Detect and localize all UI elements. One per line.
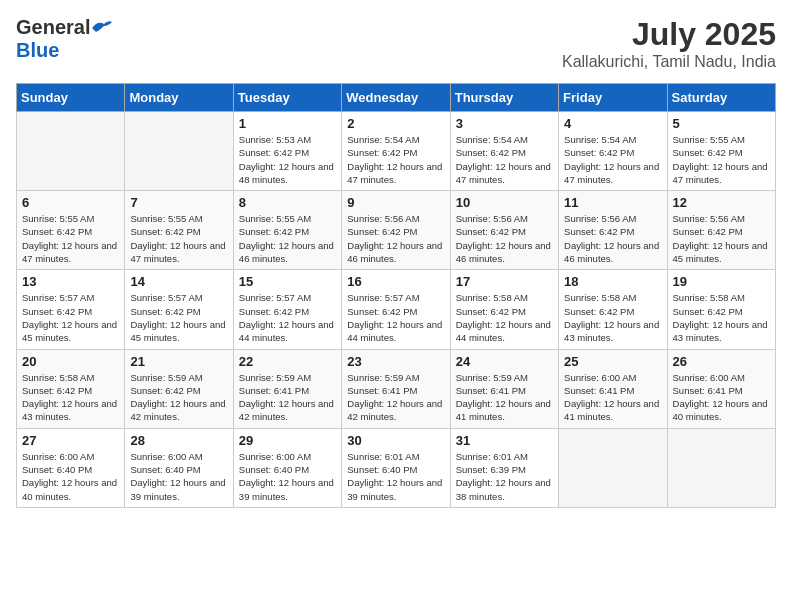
day-info: Sunrise: 5:58 AM Sunset: 6:42 PM Dayligh… xyxy=(564,291,661,344)
calendar-cell: 28Sunrise: 6:00 AM Sunset: 6:40 PM Dayli… xyxy=(125,428,233,507)
day-info: Sunrise: 5:56 AM Sunset: 6:42 PM Dayligh… xyxy=(456,212,553,265)
day-number: 1 xyxy=(239,116,336,131)
logo-text: General xyxy=(16,16,112,39)
day-info: Sunrise: 5:59 AM Sunset: 6:42 PM Dayligh… xyxy=(130,371,227,424)
day-info: Sunrise: 6:00 AM Sunset: 6:41 PM Dayligh… xyxy=(673,371,770,424)
day-number: 3 xyxy=(456,116,553,131)
day-number: 18 xyxy=(564,274,661,289)
day-info: Sunrise: 5:56 AM Sunset: 6:42 PM Dayligh… xyxy=(673,212,770,265)
day-info: Sunrise: 6:00 AM Sunset: 6:40 PM Dayligh… xyxy=(22,450,119,503)
day-info: Sunrise: 5:58 AM Sunset: 6:42 PM Dayligh… xyxy=(673,291,770,344)
day-number: 5 xyxy=(673,116,770,131)
day-info: Sunrise: 5:59 AM Sunset: 6:41 PM Dayligh… xyxy=(456,371,553,424)
day-info: Sunrise: 5:59 AM Sunset: 6:41 PM Dayligh… xyxy=(239,371,336,424)
day-info: Sunrise: 5:57 AM Sunset: 6:42 PM Dayligh… xyxy=(22,291,119,344)
day-info: Sunrise: 5:54 AM Sunset: 6:42 PM Dayligh… xyxy=(564,133,661,186)
calendar-cell xyxy=(17,112,125,191)
day-info: Sunrise: 6:00 AM Sunset: 6:41 PM Dayligh… xyxy=(564,371,661,424)
calendar-cell: 8Sunrise: 5:55 AM Sunset: 6:42 PM Daylig… xyxy=(233,191,341,270)
day-number: 2 xyxy=(347,116,444,131)
calendar-cell: 4Sunrise: 5:54 AM Sunset: 6:42 PM Daylig… xyxy=(559,112,667,191)
calendar-cell xyxy=(667,428,775,507)
calendar-cell: 14Sunrise: 5:57 AM Sunset: 6:42 PM Dayli… xyxy=(125,270,233,349)
day-info: Sunrise: 5:54 AM Sunset: 6:42 PM Dayligh… xyxy=(456,133,553,186)
calendar-cell: 23Sunrise: 5:59 AM Sunset: 6:41 PM Dayli… xyxy=(342,349,450,428)
calendar-cell: 2Sunrise: 5:54 AM Sunset: 6:42 PM Daylig… xyxy=(342,112,450,191)
day-number: 26 xyxy=(673,354,770,369)
day-info: Sunrise: 5:56 AM Sunset: 6:42 PM Dayligh… xyxy=(564,212,661,265)
day-number: 8 xyxy=(239,195,336,210)
calendar-cell: 21Sunrise: 5:59 AM Sunset: 6:42 PM Dayli… xyxy=(125,349,233,428)
day-info: Sunrise: 5:57 AM Sunset: 6:42 PM Dayligh… xyxy=(130,291,227,344)
day-number: 28 xyxy=(130,433,227,448)
calendar-cell: 24Sunrise: 5:59 AM Sunset: 6:41 PM Dayli… xyxy=(450,349,558,428)
calendar-cell: 31Sunrise: 6:01 AM Sunset: 6:39 PM Dayli… xyxy=(450,428,558,507)
day-info: Sunrise: 5:53 AM Sunset: 6:42 PM Dayligh… xyxy=(239,133,336,186)
day-info: Sunrise: 5:57 AM Sunset: 6:42 PM Dayligh… xyxy=(239,291,336,344)
calendar-cell: 15Sunrise: 5:57 AM Sunset: 6:42 PM Dayli… xyxy=(233,270,341,349)
calendar-cell: 3Sunrise: 5:54 AM Sunset: 6:42 PM Daylig… xyxy=(450,112,558,191)
day-number: 12 xyxy=(673,195,770,210)
calendar-cell: 27Sunrise: 6:00 AM Sunset: 6:40 PM Dayli… xyxy=(17,428,125,507)
day-info: Sunrise: 5:55 AM Sunset: 6:42 PM Dayligh… xyxy=(22,212,119,265)
calendar-cell: 7Sunrise: 5:55 AM Sunset: 6:42 PM Daylig… xyxy=(125,191,233,270)
logo-general: General xyxy=(16,16,90,38)
day-info: Sunrise: 6:01 AM Sunset: 6:40 PM Dayligh… xyxy=(347,450,444,503)
day-number: 31 xyxy=(456,433,553,448)
calendar-cell: 29Sunrise: 6:00 AM Sunset: 6:40 PM Dayli… xyxy=(233,428,341,507)
calendar-cell: 10Sunrise: 5:56 AM Sunset: 6:42 PM Dayli… xyxy=(450,191,558,270)
calendar-day-header: Wednesday xyxy=(342,84,450,112)
day-number: 24 xyxy=(456,354,553,369)
day-number: 20 xyxy=(22,354,119,369)
day-number: 22 xyxy=(239,354,336,369)
calendar-week-row: 13Sunrise: 5:57 AM Sunset: 6:42 PM Dayli… xyxy=(17,270,776,349)
calendar-day-header: Monday xyxy=(125,84,233,112)
calendar-cell: 5Sunrise: 5:55 AM Sunset: 6:42 PM Daylig… xyxy=(667,112,775,191)
day-info: Sunrise: 5:55 AM Sunset: 6:42 PM Dayligh… xyxy=(130,212,227,265)
day-number: 9 xyxy=(347,195,444,210)
day-number: 7 xyxy=(130,195,227,210)
page-header: General Blue July 2025 Kallakurichi, Tam… xyxy=(16,16,776,71)
day-info: Sunrise: 5:57 AM Sunset: 6:42 PM Dayligh… xyxy=(347,291,444,344)
day-info: Sunrise: 5:54 AM Sunset: 6:42 PM Dayligh… xyxy=(347,133,444,186)
calendar-cell: 19Sunrise: 5:58 AM Sunset: 6:42 PM Dayli… xyxy=(667,270,775,349)
calendar-day-header: Sunday xyxy=(17,84,125,112)
calendar-cell: 9Sunrise: 5:56 AM Sunset: 6:42 PM Daylig… xyxy=(342,191,450,270)
day-number: 10 xyxy=(456,195,553,210)
day-number: 21 xyxy=(130,354,227,369)
day-info: Sunrise: 5:58 AM Sunset: 6:42 PM Dayligh… xyxy=(456,291,553,344)
day-info: Sunrise: 6:01 AM Sunset: 6:39 PM Dayligh… xyxy=(456,450,553,503)
calendar-cell: 6Sunrise: 5:55 AM Sunset: 6:42 PM Daylig… xyxy=(17,191,125,270)
day-number: 15 xyxy=(239,274,336,289)
calendar-cell: 20Sunrise: 5:58 AM Sunset: 6:42 PM Dayli… xyxy=(17,349,125,428)
day-number: 4 xyxy=(564,116,661,131)
calendar-cell: 1Sunrise: 5:53 AM Sunset: 6:42 PM Daylig… xyxy=(233,112,341,191)
month-title: July 2025 xyxy=(562,16,776,53)
calendar-cell: 30Sunrise: 6:01 AM Sunset: 6:40 PM Dayli… xyxy=(342,428,450,507)
day-number: 30 xyxy=(347,433,444,448)
calendar-cell: 13Sunrise: 5:57 AM Sunset: 6:42 PM Dayli… xyxy=(17,270,125,349)
day-number: 27 xyxy=(22,433,119,448)
day-number: 13 xyxy=(22,274,119,289)
calendar-week-row: 27Sunrise: 6:00 AM Sunset: 6:40 PM Dayli… xyxy=(17,428,776,507)
calendar-cell: 12Sunrise: 5:56 AM Sunset: 6:42 PM Dayli… xyxy=(667,191,775,270)
location-title: Kallakurichi, Tamil Nadu, India xyxy=(562,53,776,71)
calendar-week-row: 1Sunrise: 5:53 AM Sunset: 6:42 PM Daylig… xyxy=(17,112,776,191)
day-info: Sunrise: 5:55 AM Sunset: 6:42 PM Dayligh… xyxy=(673,133,770,186)
logo: General Blue xyxy=(16,16,112,62)
logo-blue: Blue xyxy=(16,39,59,61)
day-number: 17 xyxy=(456,274,553,289)
day-info: Sunrise: 5:56 AM Sunset: 6:42 PM Dayligh… xyxy=(347,212,444,265)
logo-bird-icon xyxy=(90,18,112,34)
calendar-week-row: 20Sunrise: 5:58 AM Sunset: 6:42 PM Dayli… xyxy=(17,349,776,428)
day-number: 6 xyxy=(22,195,119,210)
day-info: Sunrise: 5:58 AM Sunset: 6:42 PM Dayligh… xyxy=(22,371,119,424)
calendar-cell: 25Sunrise: 6:00 AM Sunset: 6:41 PM Dayli… xyxy=(559,349,667,428)
day-info: Sunrise: 6:00 AM Sunset: 6:40 PM Dayligh… xyxy=(130,450,227,503)
day-info: Sunrise: 6:00 AM Sunset: 6:40 PM Dayligh… xyxy=(239,450,336,503)
calendar-week-row: 6Sunrise: 5:55 AM Sunset: 6:42 PM Daylig… xyxy=(17,191,776,270)
day-number: 25 xyxy=(564,354,661,369)
day-number: 23 xyxy=(347,354,444,369)
day-info: Sunrise: 5:55 AM Sunset: 6:42 PM Dayligh… xyxy=(239,212,336,265)
calendar-cell: 17Sunrise: 5:58 AM Sunset: 6:42 PM Dayli… xyxy=(450,270,558,349)
